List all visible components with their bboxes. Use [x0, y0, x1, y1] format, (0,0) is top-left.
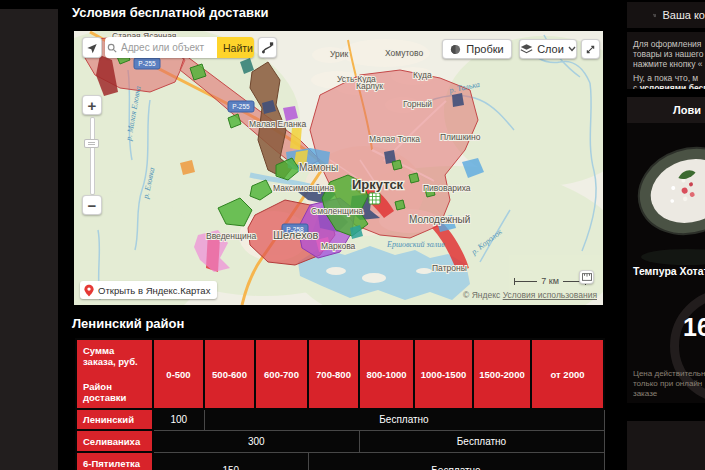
- zoom-slider-track[interactable]: [90, 117, 95, 195]
- table-row: 6-Пятилетка 150 Бесплатно: [76, 452, 604, 470]
- free-delivery-conditions-link[interactable]: условиями бесп: [640, 83, 705, 89]
- table-corner-cell: Сумма заказа, руб. Район доставки: [76, 339, 153, 409]
- traffic-light-icon: [450, 44, 461, 55]
- corner-label-district: Район доставки: [83, 381, 146, 403]
- price-cell: 150: [153, 452, 308, 470]
- cart-icon: [653, 7, 656, 24]
- column-header: 1500-2000: [473, 339, 531, 409]
- price-note-line: заказе: [633, 389, 705, 399]
- delivery-price-table: Сумма заказа, руб. Район доставки 0-500 …: [75, 338, 605, 470]
- info-text-line: товары из нашего: [633, 49, 705, 59]
- product-price: 16: [683, 313, 705, 342]
- price-note-line: только при онлайн: [633, 379, 705, 389]
- terms-of-use-link[interactable]: Условия использования: [503, 290, 597, 300]
- open-in-yandex-maps-link[interactable]: Открыть в Яндекс.Картах: [80, 281, 217, 299]
- map-label-town: Карлук: [356, 81, 383, 91]
- left-page-margin: [0, 9, 58, 470]
- geolocate-button[interactable]: [82, 37, 102, 58]
- price-cell: Бесплатно: [204, 409, 604, 430]
- map-label-water: Ершовский залив: [386, 240, 445, 249]
- map-label-town: Маркова: [321, 241, 356, 251]
- zone-grid-icon: [369, 193, 380, 204]
- price-cell: Бесплатно: [359, 430, 604, 452]
- map-label-town: Малая Еланка: [249, 119, 307, 129]
- map-search-input[interactable]: [119, 37, 217, 58]
- road-badge: Р-255: [232, 103, 250, 110]
- price-note: Цена действительна только при онлайн зак…: [633, 369, 705, 399]
- fullscreen-icon: [585, 44, 596, 55]
- map-label-town: Урик: [330, 49, 348, 59]
- cart-header[interactable]: Ваша ко: [627, 2, 705, 28]
- traffic-button[interactable]: Пробки: [442, 39, 512, 59]
- zoom-out-button[interactable]: −: [82, 195, 102, 215]
- info-text-line: нажмите кнопку «: [633, 59, 705, 69]
- column-header: 1000-1500: [414, 339, 473, 409]
- search-icon: [105, 37, 119, 58]
- chevron-down-icon: [568, 46, 576, 52]
- page-title: Условия бесплатной доставки: [72, 5, 268, 20]
- road-badge: Р-255: [138, 60, 156, 67]
- map-scale-label: 7 км: [537, 276, 563, 286]
- layers-button-label: Слои: [537, 43, 564, 55]
- route-icon: [261, 41, 274, 55]
- map-label-town: Плишкино: [440, 132, 481, 142]
- map-label-city: Иркутск: [352, 177, 404, 192]
- map-label-town: Патроны: [432, 263, 467, 273]
- yandex-pin-icon: [84, 284, 94, 297]
- sushi-roll-image: [635, 131, 705, 266]
- promo-product-card: Темпура Хотатэ э 16 Цена действительна т…: [627, 123, 705, 403]
- info-panel: Для оформления товары из нашего нажмите …: [627, 32, 705, 89]
- info-link-prefix: с: [633, 83, 640, 89]
- zoom-slider-handle[interactable]: [84, 139, 99, 148]
- promo-panel[interactable]: Лови Темпура Хотатэ э 16 Цена действител…: [627, 97, 705, 403]
- map-label-town: Пивовариха: [423, 183, 471, 193]
- map-scale: 7 км: [514, 276, 586, 286]
- price-cell: Бесплатно: [308, 452, 604, 470]
- info-text-line: Для оформления: [633, 39, 705, 49]
- price-cell: 100: [153, 409, 204, 430]
- route-button[interactable]: [258, 37, 277, 58]
- sidebar-bottom-panel: [627, 421, 705, 470]
- map-canvas: Р-255 Р-255 Р-258 Старая Ясачная Урик Хо…: [74, 31, 603, 305]
- map-label-town: Шелехов: [273, 229, 319, 241]
- find-button[interactable]: Найти: [217, 37, 254, 58]
- copyright-label: © Яндекс: [463, 290, 500, 300]
- column-header: от 2000: [531, 339, 604, 409]
- map-label-town: Мамоны: [299, 162, 338, 173]
- map-label-town: Максимовщина: [273, 183, 334, 193]
- info-text-line: Ну, а пока что, м: [633, 73, 705, 83]
- zoom-in-button[interactable]: +: [82, 95, 102, 115]
- map-label-town: Молодежный: [409, 214, 470, 225]
- price-cell: 300: [153, 430, 359, 452]
- map-attribution: © Яндекс Условия использования: [463, 290, 597, 300]
- table-row: Селиваниха 300 Бесплатно: [76, 430, 604, 452]
- column-header: 600-700: [255, 339, 308, 409]
- row-header-district: Селиваниха: [76, 430, 153, 452]
- column-header: 0-500: [153, 339, 204, 409]
- map-label-town: Введенщина: [206, 231, 256, 241]
- table-row: Ленинский 100 Бесплатно: [76, 409, 604, 430]
- corner-label-sum: Сумма заказа, руб.: [83, 345, 146, 367]
- map-label-town: Куда: [413, 70, 432, 80]
- delivery-conditions-page: { "page": { "title": "Условия бесплатной…: [0, 0, 705, 470]
- map-label-town: Горный: [403, 99, 432, 109]
- ruler-icon: [582, 273, 592, 281]
- geolocate-arrow-icon: [86, 42, 98, 54]
- layers-button[interactable]: Слои: [519, 39, 577, 59]
- map-widget: Р-255 Р-255 Р-258 Старая Ясачная Урик Хо…: [74, 31, 603, 305]
- map-search-bar: Найти: [105, 37, 254, 58]
- product-name: Темпура Хотатэ э: [633, 265, 705, 277]
- map-label-town: Смоленщина: [311, 206, 363, 216]
- open-in-yandex-maps-label: Открыть в Яндекс.Картах: [98, 285, 210, 296]
- column-header: 800-1000: [359, 339, 414, 409]
- ruler-button[interactable]: [579, 270, 594, 284]
- promo-header: Лови: [627, 97, 705, 123]
- district-section-title: Ленинский район: [72, 316, 184, 331]
- layers-icon: [520, 43, 533, 55]
- table-header-row: Сумма заказа, руб. Район доставки 0-500 …: [76, 339, 604, 409]
- info-text-line: с условиями бесп: [633, 83, 705, 89]
- column-header: 500-600: [204, 339, 255, 409]
- row-header-district: 6-Пятилетка: [76, 452, 153, 470]
- cart-label: Ваша ко: [662, 9, 705, 21]
- fullscreen-button[interactable]: [581, 39, 600, 59]
